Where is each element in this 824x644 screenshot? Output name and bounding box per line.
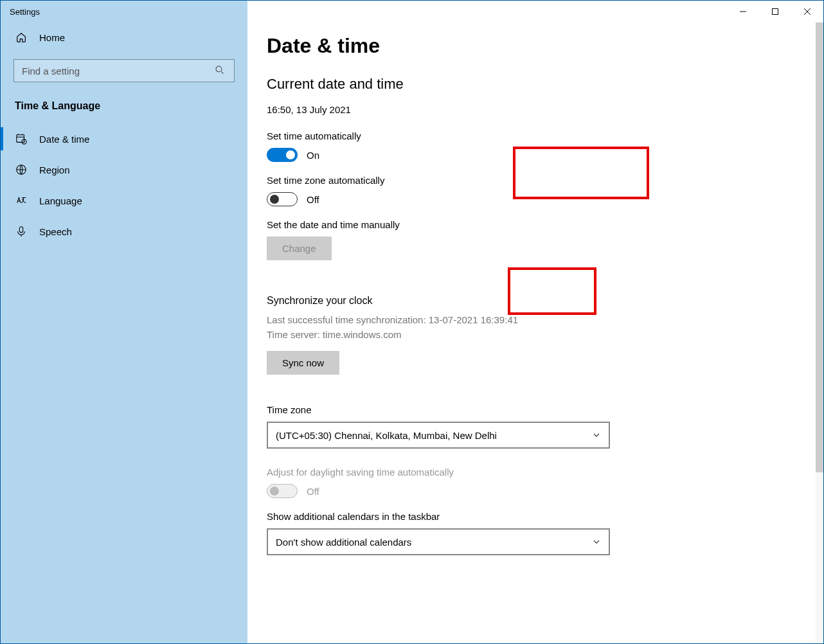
sidebar-item-label: Date & time — [39, 134, 89, 145]
set-tz-auto-state: Off — [307, 194, 319, 205]
window-controls — [727, 1, 823, 22]
sidebar-item-label: Language — [39, 195, 82, 206]
timezone-label: Time zone — [267, 404, 697, 415]
minimize-button[interactable] — [727, 1, 759, 22]
dst-toggle — [267, 484, 298, 498]
scrollbar-thumb[interactable] — [816, 22, 823, 472]
sync-last: Last successful time synchronization: 13… — [267, 313, 697, 328]
window-title-row: Settings — [1, 1, 247, 22]
sidebar-category: Time & Language — [1, 91, 247, 123]
timezone-value: (UTC+05:30) Chennai, Kolkata, Mumbai, Ne… — [276, 430, 497, 441]
sidebar-item-region[interactable]: Region — [1, 154, 247, 185]
sidebar-item-label: Region — [39, 165, 70, 175]
addcal-label: Show additional calendars in the taskbar — [267, 511, 697, 522]
set-time-auto-state: On — [307, 150, 319, 161]
nav-home[interactable]: Home — [1, 22, 247, 53]
maximize-button[interactable] — [759, 1, 791, 22]
scrollbar[interactable] — [816, 22, 823, 643]
close-button[interactable] — [791, 1, 823, 22]
dst-state: Off — [307, 486, 319, 497]
home-icon — [15, 31, 28, 44]
set-tz-auto-toggle[interactable] — [267, 192, 298, 206]
sync-heading: Synchronize your clock — [267, 295, 697, 307]
manual-label: Set the date and time manually — [267, 219, 697, 230]
sync-now-button[interactable]: Sync now — [267, 351, 339, 375]
sidebar-item-label: Speech — [39, 226, 72, 237]
section-current: Current date and time — [267, 76, 697, 93]
sync-server: Time server: time.windows.com — [267, 328, 697, 343]
page-title: Date & time — [267, 34, 697, 58]
sidebar: Settings Home Time & Language Date & tim… — [1, 1, 247, 643]
microphone-icon — [15, 225, 28, 238]
window-title: Settings — [10, 7, 40, 17]
content: Date & time Current date and time 16:50,… — [247, 1, 697, 575]
chevron-down-icon — [592, 537, 601, 546]
svg-rect-1 — [17, 135, 24, 143]
addcal-value: Don't show additional calendars — [276, 537, 411, 548]
sidebar-item-speech[interactable]: Speech — [1, 216, 247, 247]
set-time-auto-toggle[interactable] — [267, 148, 298, 162]
search-container — [1, 53, 247, 91]
sidebar-item-date-time[interactable]: Date & time — [1, 123, 247, 154]
search-icon — [215, 65, 226, 76]
set-tz-auto-label: Set time zone automatically — [267, 175, 697, 186]
calendar-clock-icon — [15, 132, 28, 145]
set-time-auto-label: Set time automatically — [267, 130, 697, 141]
addcal-select[interactable]: Don't show additional calendars — [267, 528, 610, 555]
timezone-select[interactable]: (UTC+05:30) Chennai, Kolkata, Mumbai, Ne… — [267, 422, 610, 449]
dst-label: Adjust for daylight saving time automati… — [267, 467, 697, 478]
svg-point-0 — [216, 66, 222, 72]
change-button[interactable]: Change — [267, 237, 332, 260]
main-panel: Date & time Current date and time 16:50,… — [247, 1, 823, 643]
language-icon — [15, 194, 28, 207]
search-input[interactable] — [22, 66, 215, 76]
svg-rect-4 — [19, 227, 22, 233]
sidebar-item-language[interactable]: Language — [1, 185, 247, 216]
current-datetime: 16:50, 13 July 2021 — [267, 104, 697, 115]
chevron-down-icon — [592, 431, 601, 440]
nav-home-label: Home — [39, 32, 65, 43]
globe-icon — [15, 163, 28, 176]
search-box[interactable] — [13, 59, 235, 82]
svg-rect-5 — [773, 9, 778, 15]
